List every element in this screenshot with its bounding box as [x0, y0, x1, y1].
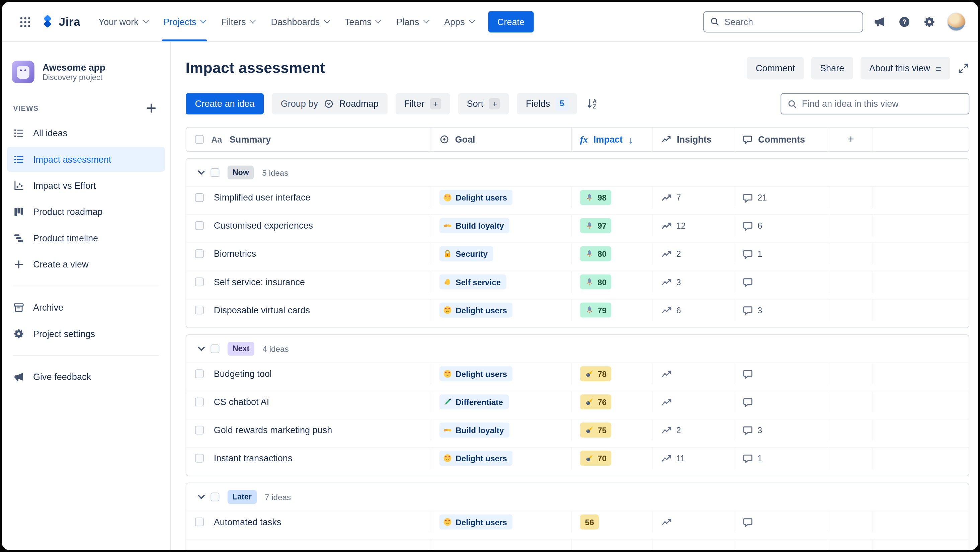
idea-summary[interactable]: Biometrics — [214, 249, 256, 259]
goal-cell[interactable]: Build loyalty — [431, 420, 572, 441]
idea-row[interactable]: Budgeting toolDelight users78 — [186, 363, 969, 391]
comment-button[interactable]: Comment — [747, 57, 804, 80]
insights-cell[interactable]: 3 — [653, 271, 734, 292]
goal-cell[interactable]: Delight users — [431, 299, 572, 321]
add-view-button[interactable] — [143, 101, 159, 116]
rank-sort-button[interactable]: AZ — [586, 97, 599, 110]
project-header[interactable]: Awesome app Discovery project — [7, 60, 165, 83]
idea-summary[interactable]: Simplified user interface — [214, 192, 310, 202]
select-all-checkbox[interactable] — [195, 135, 204, 143]
idea-row[interactable]: Instant transactionsDelight users70111 — [186, 447, 969, 476]
idea-row[interactable]: Disposable virtual cardsDelight users796… — [186, 299, 969, 328]
impact-cell[interactable]: 75 — [572, 420, 653, 441]
comments-cell[interactable]: 3 — [734, 420, 829, 441]
impact-cell[interactable]: 70 — [572, 447, 653, 469]
comments-cell[interactable] — [734, 271, 829, 292]
group-by-button[interactable]: Group by Roadmap — [272, 93, 388, 114]
goal-cell[interactable]: Delight users — [431, 187, 572, 208]
idea-row[interactable]: Self service: insuranceSelf service803 — [186, 271, 969, 299]
jira-logo[interactable]: Jira — [40, 15, 80, 29]
goal-cell[interactable]: Build loyalty — [431, 215, 572, 236]
idea-summary[interactable]: CS chatbot AI — [214, 397, 269, 407]
global-search[interactable] — [703, 11, 863, 32]
sidebar-item-archive[interactable]: Archive — [7, 295, 165, 320]
goal-cell[interactable]: Security — [431, 243, 572, 264]
nav-item-projects[interactable]: Projects — [155, 2, 213, 41]
comments-cell[interactable] — [734, 391, 829, 412]
goal-cell[interactable]: Self service — [431, 271, 572, 292]
sidebar-item-impact-vs-effort[interactable]: Impact vs Effort — [7, 173, 165, 198]
row-checkbox[interactable] — [195, 193, 204, 202]
idea-summary[interactable]: Automated tasks — [214, 517, 282, 527]
about-this-view-button[interactable]: About this view ≡ — [861, 57, 950, 80]
row-checkbox[interactable] — [195, 517, 204, 526]
summary-cell[interactable]: Simplified user interface — [186, 187, 431, 208]
nav-item-plans[interactable]: Plans — [388, 2, 436, 41]
sidebar-item-product-roadmap[interactable]: Product roadmap — [7, 199, 165, 224]
summary-cell[interactable]: Self service: insurance — [186, 271, 431, 292]
fullscreen-button[interactable] — [958, 62, 969, 74]
group-checkbox[interactable] — [210, 168, 219, 177]
impact-cell[interactable]: 97 — [572, 215, 653, 236]
comments-cell[interactable]: 21 — [734, 187, 829, 208]
user-avatar[interactable] — [947, 12, 966, 31]
comments-cell[interactable]: 1 — [734, 447, 829, 469]
summary-cell[interactable]: Automated tasks — [186, 511, 431, 532]
create-button[interactable]: Create — [488, 11, 534, 32]
idea-row[interactable]: Customised experiencesBuild loyalty97126 — [186, 215, 969, 243]
impact-cell[interactable]: 56 — [572, 511, 653, 532]
comments-cell[interactable] — [734, 363, 829, 384]
find-idea-input[interactable] — [802, 99, 963, 109]
nav-item-apps[interactable]: Apps — [436, 2, 482, 41]
insights-cell[interactable] — [653, 391, 734, 412]
insights-cell[interactable]: 12 — [653, 215, 734, 236]
idea-row[interactable]: Simplified user interfaceDelight users98… — [186, 187, 969, 215]
summary-cell[interactable]: Gold rewards marketing push — [186, 420, 431, 441]
nav-item-teams[interactable]: Teams — [337, 2, 388, 41]
sidebar-item-impact-assessment[interactable]: Impact assessment — [7, 147, 165, 172]
filter-button[interactable]: Filter + — [395, 93, 450, 114]
insights-cell[interactable] — [653, 363, 734, 384]
goal-cell[interactable]: Delight users — [431, 511, 572, 532]
nav-item-dashboards[interactable]: Dashboards — [263, 2, 337, 41]
impact-cell[interactable]: 76 — [572, 391, 653, 412]
summary-cell[interactable]: Biometrics — [186, 243, 431, 264]
impact-cell[interactable]: 79 — [572, 299, 653, 321]
insights-cell[interactable]: 11 — [653, 447, 734, 469]
idea-summary[interactable]: Disposable virtual cards — [214, 305, 310, 315]
create-idea-button[interactable]: Create an idea — [186, 93, 264, 114]
row-checkbox[interactable] — [195, 369, 204, 378]
idea-row[interactable]: Automated tasksDelight users56 — [186, 511, 969, 539]
summary-cell[interactable]: CS chatbot AI — [186, 391, 431, 412]
row-checkbox[interactable] — [195, 426, 204, 434]
fields-button[interactable]: Fields 5 — [517, 93, 577, 114]
row-checkbox[interactable] — [195, 250, 204, 258]
idea-row-partial[interactable] — [186, 539, 969, 550]
find-idea-search[interactable] — [781, 93, 969, 114]
row-checkbox[interactable] — [195, 221, 204, 230]
idea-summary[interactable]: Customised experiences — [214, 221, 313, 231]
comments-cell[interactable]: 6 — [734, 215, 829, 236]
sidebar-item-product-timeline[interactable]: Product timeline — [7, 226, 165, 251]
search-input[interactable] — [724, 16, 856, 27]
row-checkbox[interactable] — [195, 306, 204, 315]
sidebar-item-project-settings[interactable]: Project settings — [7, 321, 165, 347]
nav-item-filters[interactable]: Filters — [213, 2, 263, 41]
idea-summary[interactable]: Gold rewards marketing push — [214, 425, 332, 435]
idea-row[interactable]: BiometricsSecurity8021 — [186, 243, 969, 271]
summary-cell[interactable]: Instant transactions — [186, 447, 431, 469]
insights-cell[interactable]: 2 — [653, 243, 734, 264]
column-header-summary[interactable]: Aa Summary — [186, 127, 431, 151]
impact-cell[interactable]: 78 — [572, 363, 653, 384]
nav-item-your-work[interactable]: Your work — [91, 2, 155, 41]
column-header-comments[interactable]: Comments — [734, 127, 829, 151]
column-header-goal[interactable]: Goal — [431, 127, 572, 151]
row-checkbox[interactable] — [195, 454, 204, 463]
idea-row[interactable]: Gold rewards marketing pushBuild loyalty… — [186, 420, 969, 447]
insights-cell[interactable]: 2 — [653, 420, 734, 441]
summary-cell[interactable]: Budgeting tool — [186, 363, 431, 384]
share-button[interactable]: Share — [811, 57, 853, 80]
insights-cell[interactable] — [653, 511, 734, 532]
column-header-insights[interactable]: Insights — [653, 127, 734, 151]
column-header-impact[interactable]: fx Impact ↓ — [572, 127, 653, 151]
